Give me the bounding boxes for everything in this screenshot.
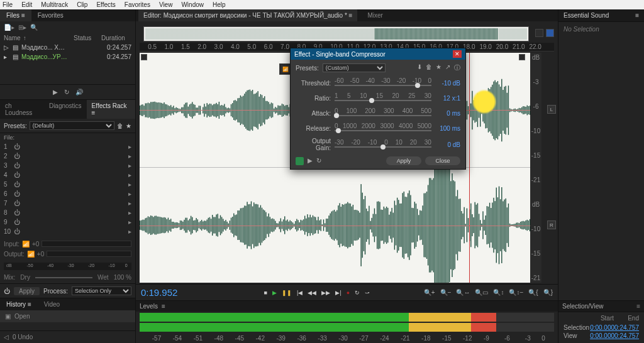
slider-thumb[interactable] bbox=[415, 83, 420, 88]
rack-apply-button[interactable]: Apply bbox=[14, 287, 40, 295]
tab-loudness[interactable]: ch Loudness bbox=[0, 100, 44, 119]
param-slider[interactable]: -60-50-40-30-20-100 bbox=[335, 77, 431, 89]
rack-slot[interactable]: 3⏻▸ bbox=[4, 161, 131, 170]
trash-icon[interactable]: 🗑 bbox=[117, 122, 123, 129]
menu-view[interactable]: View bbox=[159, 1, 173, 8]
chevron-right-icon[interactable]: ▸ bbox=[128, 143, 131, 150]
tab-history[interactable]: History ≡ bbox=[0, 298, 38, 310]
chevron-right-icon[interactable]: ▸ bbox=[128, 228, 131, 235]
slider-thumb[interactable] bbox=[334, 113, 339, 118]
chevron-right-icon[interactable]: ▸ bbox=[128, 200, 131, 207]
preview-loop-icon[interactable]: ↻ bbox=[316, 157, 321, 165]
col-duration[interactable]: Duration bbox=[101, 35, 131, 41]
tab-files[interactable]: Files ≡ bbox=[0, 9, 31, 21]
hamburger-icon[interactable]: ≡ bbox=[162, 303, 165, 310]
power-icon[interactable]: ⏻ bbox=[14, 143, 20, 150]
editor-tab[interactable]: Editor: Мэддисон смотрит видосики - ЧЕ Т… bbox=[138, 9, 357, 21]
chevron-right-icon[interactable]: ▸ bbox=[128, 219, 131, 226]
param-value[interactable]: -10 dB bbox=[435, 80, 460, 87]
rack-slot[interactable]: 7⏻▸ bbox=[4, 199, 131, 208]
hamburger-icon[interactable]: ≡ bbox=[92, 109, 96, 116]
tab-effects-rack[interactable]: Effects Rack ≡ bbox=[87, 100, 135, 119]
power-icon[interactable]: ⏻ bbox=[14, 200, 20, 207]
col-name[interactable]: Name ↑ bbox=[4, 35, 74, 41]
zoom-in-point-icon[interactable]: 🔍{ bbox=[528, 289, 538, 296]
overview-toggle-a[interactable] bbox=[535, 29, 543, 37]
tab-video[interactable]: Video bbox=[38, 298, 66, 310]
slider-thumb[interactable] bbox=[369, 98, 374, 103]
power-icon[interactable]: ⏻ bbox=[14, 153, 20, 160]
power-icon[interactable]: ⏻ bbox=[14, 190, 20, 197]
right-channel-label[interactable]: R bbox=[547, 220, 556, 229]
view-start[interactable]: 0:00.000 bbox=[590, 332, 614, 339]
zoom-out-icon[interactable]: 🔍− bbox=[440, 289, 452, 296]
power-icon[interactable]: ⏻ bbox=[14, 228, 20, 235]
menu-effects[interactable]: Effects bbox=[96, 1, 115, 8]
new-multitrack-icon[interactable]: ⊞▸ bbox=[18, 24, 26, 31]
slider-thumb[interactable] bbox=[336, 128, 341, 133]
wet-percent[interactable]: 100 % bbox=[114, 274, 131, 281]
apply-button[interactable]: Apply bbox=[386, 156, 421, 165]
stop-button[interactable]: ■ bbox=[264, 290, 267, 296]
rack-slot[interactable]: 4⏻▸ bbox=[4, 170, 131, 180]
left-channel-label[interactable]: L bbox=[547, 105, 556, 114]
info-icon[interactable]: ⓘ bbox=[454, 63, 460, 72]
file-row[interactable]: ▸ ▤ Мэддисо...УРЫЙ_audio * 0:24.257 bbox=[0, 52, 135, 62]
input-gain-value[interactable]: +0 bbox=[32, 241, 39, 248]
power-icon[interactable]: ⏻ bbox=[14, 162, 20, 169]
timecode-display[interactable]: 0:19.952 bbox=[141, 287, 210, 298]
presets-select[interactable]: (Custom) bbox=[323, 63, 386, 72]
col-status[interactable]: Status bbox=[74, 35, 101, 41]
param-value[interactable]: 0 ms bbox=[435, 110, 460, 117]
rack-slot[interactable]: 9⏻▸ bbox=[4, 217, 131, 227]
menu-file[interactable]: File bbox=[3, 1, 13, 8]
goto-start-button[interactable]: |◀ bbox=[297, 290, 303, 296]
rack-slot[interactable]: 10⏻▸ bbox=[4, 227, 131, 236]
hamburger-icon[interactable]: ≡ bbox=[21, 12, 25, 19]
save-preset-icon[interactable]: ⬇ bbox=[417, 63, 422, 72]
slider-thumb[interactable] bbox=[380, 144, 386, 150]
file-row[interactable]: ▷ ▤ Мэддисо... ХМУРЫЙ.mp4 0:24.257 bbox=[0, 43, 135, 52]
menu-multitrack[interactable]: Multitrack bbox=[41, 1, 68, 8]
power-icon[interactable]: ⏻ bbox=[14, 219, 20, 226]
effect-dialog[interactable]: Effect - Single-band Compressor ✕ Preset… bbox=[290, 48, 466, 170]
chevron-right-icon[interactable]: ▸ bbox=[128, 172, 131, 178]
zoom-out-vert-icon[interactable]: 🔍↕− bbox=[509, 289, 523, 296]
power-icon[interactable]: ⏻ bbox=[14, 172, 20, 178]
tab-diagnostics[interactable]: Diagnostics bbox=[44, 100, 87, 119]
mixer-tab[interactable]: Mixer bbox=[362, 9, 387, 21]
filter-icon[interactable]: 🔍 bbox=[30, 24, 38, 31]
overview-toggle-b[interactable] bbox=[546, 29, 554, 37]
rack-slot[interactable]: 2⏻▸ bbox=[4, 151, 131, 161]
menu-favorites[interactable]: Favorites bbox=[125, 1, 150, 8]
menu-clip[interactable]: Clip bbox=[77, 1, 87, 8]
favorite-icon[interactable]: ★ bbox=[126, 122, 131, 129]
process-select[interactable]: Selection Only bbox=[72, 286, 131, 295]
rack-power-icon[interactable]: ⏻ bbox=[4, 288, 10, 295]
loop-button[interactable]: ↻ bbox=[355, 290, 360, 296]
zoom-in-vert-icon[interactable]: 🔍↕ bbox=[493, 289, 504, 296]
record-button[interactable]: ● bbox=[347, 290, 350, 296]
param-value[interactable]: 100 ms bbox=[435, 125, 460, 132]
param-slider[interactable]: 0100200300400500 bbox=[335, 107, 431, 119]
preview-loop-icon[interactable]: ↻ bbox=[64, 89, 69, 95]
view-end[interactable]: 0:24.757 bbox=[614, 332, 639, 339]
menu-help[interactable]: Help bbox=[213, 1, 226, 8]
rack-slot[interactable]: 5⏻▸ bbox=[4, 180, 131, 189]
step-back-icon[interactable]: ◁ bbox=[4, 334, 9, 340]
chevron-right-icon[interactable]: ▸ bbox=[128, 153, 131, 160]
chevron-right-icon[interactable]: ▸ bbox=[128, 209, 131, 216]
hud-button[interactable] bbox=[141, 54, 147, 60]
close-button[interactable]: ✕ bbox=[453, 50, 462, 58]
param-slider[interactable]: -30-20-100102030 bbox=[335, 139, 431, 150]
hamburger-icon[interactable]: ≡ bbox=[636, 303, 640, 310]
expand-icon[interactable]: ▸ bbox=[4, 53, 10, 60]
overview-waveform[interactable] bbox=[143, 26, 529, 41]
zoom-selection-icon[interactable]: 🔍▭ bbox=[475, 289, 488, 296]
menu-window[interactable]: Window bbox=[181, 1, 204, 8]
hud-button[interactable] bbox=[519, 54, 525, 60]
output-gain-value[interactable]: +0 bbox=[37, 251, 44, 258]
playhead[interactable] bbox=[469, 53, 470, 283]
hamburger-icon[interactable]: ≡ bbox=[349, 12, 353, 19]
zoom-in-icon[interactable]: 🔍+ bbox=[424, 289, 435, 296]
